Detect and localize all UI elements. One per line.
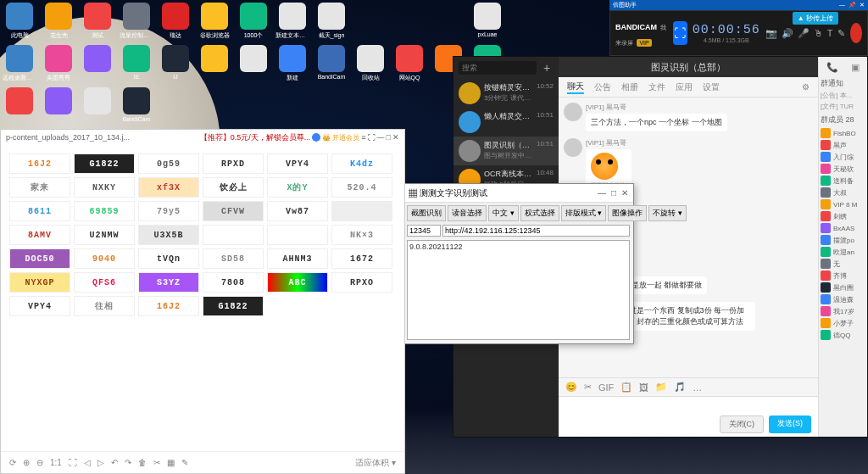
viewer-promo-text[interactable]: 【推荐】0.5元/天，解锁会员尊... (200, 132, 311, 143)
viewer-close-icon[interactable]: ✕ (392, 133, 399, 142)
member-item[interactable]: 无 (821, 258, 865, 270)
close-icon[interactable]: ✕ (621, 188, 628, 198)
desktop-icon[interactable]: IE (120, 45, 153, 82)
viewer-tool-button[interactable]: ✎ (181, 458, 188, 467)
desktop-icon[interactable]: 网站QQ (392, 45, 426, 82)
input-tool-icon[interactable]: ✂ (584, 382, 592, 393)
desktop-icon[interactable] (198, 45, 231, 82)
ocr-tool-button[interactable]: 中文 ▾ (488, 205, 519, 221)
input-tool-icon[interactable]: GIF (598, 382, 614, 393)
viewer-tool-button[interactable]: ✂ (153, 458, 160, 467)
member-item[interactable]: BxAAS (821, 222, 865, 234)
input-tool-icon[interactable]: 🖼 (639, 382, 648, 393)
desktop-icon[interactable]: 瑞达 (159, 3, 192, 40)
viewer-max-icon[interactable]: □ (387, 133, 391, 142)
desktop-icon[interactable]: IJ (159, 45, 192, 82)
topbar-pin-icon[interactable]: 📌 (849, 2, 856, 8)
member-item[interactable]: 黑声 (821, 139, 865, 151)
close-button[interactable]: 关闭(C) (720, 415, 765, 433)
chat-tab[interactable]: 文件 (648, 81, 665, 93)
desktop-icon[interactable]: 谷歌浏览器 (198, 3, 231, 40)
member-item[interactable]: 欧迎an (821, 246, 865, 258)
desktop-icon[interactable]: 新建文本文档 (275, 3, 309, 40)
desktop-icon[interactable]: 远程桌面连接 (3, 45, 36, 82)
camera-icon[interactable]: 📷 (765, 28, 777, 39)
desktop-icon[interactable]: 花生壳 (42, 3, 75, 40)
ocr-tool-button[interactable]: 图像操作 (608, 205, 647, 221)
desktop-icon[interactable] (353, 3, 387, 40)
member-item[interactable]: 天秘软 (821, 163, 865, 175)
add-conversation-button[interactable]: + (540, 61, 554, 75)
desktop-icon[interactable]: 测试 (81, 3, 114, 40)
desktop-icon[interactable] (81, 45, 114, 82)
viewer-tool-button[interactable]: ◁ (84, 458, 91, 467)
member-item[interactable]: 送料备 (821, 175, 865, 187)
desktop-icon[interactable]: 截天_sign (314, 3, 348, 40)
viewer-tool-button[interactable]: 1:1 (50, 458, 62, 467)
input-tool-icon[interactable]: 📁 (655, 382, 667, 393)
text-icon[interactable]: T (827, 28, 833, 38)
desktop-icon[interactable]: 此电脑 (3, 3, 36, 40)
viewer-tool-button[interactable]: ⛶ (69, 458, 77, 467)
desktop-icon[interactable] (431, 3, 465, 40)
viewer-tool-button[interactable]: ▷ (97, 458, 104, 467)
mic-icon[interactable]: 🎤 (798, 28, 810, 39)
conversation-item[interactable]: 按键精灵安卓全分3分钟完 课代主动【图片】 10:52 (453, 79, 559, 108)
member-item[interactable]: 德QQ (821, 329, 865, 341)
chat-tab[interactable]: 相册 (621, 81, 638, 93)
chat-tab[interactable]: 设置 (703, 81, 720, 93)
ocr-tool-button[interactable]: 排版模式 ▾ (561, 205, 607, 221)
ocr-url-input[interactable] (442, 225, 630, 237)
viewer-tool-button[interactable]: ↶ (111, 458, 118, 467)
viewer-tool-button[interactable]: ↷ (125, 458, 131, 467)
member-item[interactable]: 入门综 (821, 151, 865, 163)
ocr-port-input[interactable] (407, 225, 441, 237)
ocr-tool-button[interactable]: 不旋转 ▾ (648, 205, 687, 221)
desktop-icon[interactable]: 新建 (275, 45, 309, 82)
dot-icon[interactable] (312, 133, 320, 142)
maximize-icon[interactable]: □ (611, 188, 616, 198)
fit-dropdown[interactable]: 适应体积 ▾ (355, 457, 396, 469)
desktop-icon[interactable]: 美图秀秀 (42, 45, 75, 82)
member-item[interactable]: 我17岁 (821, 305, 865, 317)
member-item[interactable]: 黑白圈 (821, 282, 865, 293)
chat-tab[interactable]: 公告 (594, 81, 611, 93)
member-item[interactable]: 温迪森 (821, 293, 865, 305)
desktop-icon[interactable] (81, 87, 114, 122)
input-tool-icon[interactable]: 📋 (620, 382, 632, 393)
call-icon[interactable]: 📞 (826, 62, 838, 73)
desktop-icon[interactable]: 流量控制防封器 (120, 3, 153, 40)
member-item[interactable]: 小梦子 (821, 317, 865, 329)
viewer-tool-button[interactable]: ⊖ (36, 458, 43, 467)
topbar-close-icon[interactable]: ✕ (860, 2, 865, 8)
viewer-menu-icon[interactable]: ≡ (361, 133, 365, 142)
member-item[interactable]: 大叔 (821, 187, 865, 198)
member-item[interactable]: 摆渡po (821, 234, 865, 246)
desktop-icon[interactable] (392, 3, 426, 40)
input-tool-icon[interactable]: 😊 (565, 382, 577, 393)
screen-record-mode-button[interactable]: ⛶ (673, 21, 687, 45)
viewer-tool-button[interactable]: ⟳ (9, 458, 16, 467)
member-item[interactable]: FishBO (821, 127, 865, 139)
conversation-item[interactable]: 图灵识别（总部）图与树开发中 调用方法： 10:51 (453, 137, 559, 165)
desktop-icon[interactable]: pxLuae (470, 3, 504, 40)
desktop-icon[interactable]: 1000个 (236, 3, 270, 40)
viewer-tool-button[interactable]: ⊕ (23, 458, 30, 467)
ocr-tool-button[interactable]: 截图识别 (407, 205, 446, 221)
desktop-icon[interactable] (42, 87, 75, 122)
input-tool-icon[interactable]: 🎵 (674, 382, 686, 393)
draw-icon[interactable]: ✎ (837, 28, 845, 39)
settings-icon[interactable]: ⚙ (802, 82, 810, 92)
input-tool-icon[interactable]: … (693, 382, 702, 393)
desktop-icon[interactable]: BandiCam (120, 87, 153, 122)
record-button[interactable] (850, 23, 862, 43)
cloud-upload-button[interactable]: ▲ 秒传上传 (793, 12, 838, 25)
viewer-min-icon[interactable]: — (377, 133, 385, 142)
open-vip-link[interactable]: 开通会员 (332, 133, 359, 142)
desktop-icon[interactable] (3, 87, 36, 122)
desktop-icon[interactable]: BandiCam (314, 45, 348, 82)
chat-tab[interactable]: 应用 (676, 81, 693, 93)
message-input-area[interactable]: 关闭(C) 发送(S) (559, 396, 818, 437)
conversation-item[interactable]: 懒人精灵交流2群 10:51 (453, 108, 559, 137)
send-button[interactable]: 发送(S) (769, 415, 811, 433)
